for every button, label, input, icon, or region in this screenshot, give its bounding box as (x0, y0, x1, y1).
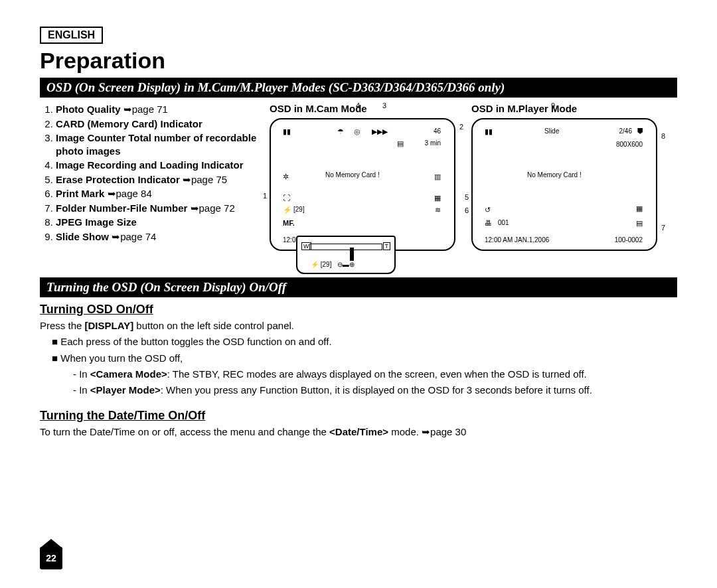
film-icon: ▦ (434, 194, 441, 202)
list-item: CARD (Memory Card) Indicator (56, 117, 259, 131)
list-item: Photo Quality ➥page 71 (56, 103, 259, 116)
list-item: Erase Protection Indicator ➥page 75 (56, 173, 259, 186)
section-bar-osd-modes: OSD (On Screen Display) in M.Cam/M.Playe… (40, 78, 677, 98)
mplayer-screen: ▮▮ Slide 2/46 ⛊ 800X600 No Memory Card !… (471, 118, 657, 251)
press-display-para: Press the [DISPLAY] button on the left s… (40, 319, 677, 332)
list-item: Folder Number-File Number ➥page 72 (56, 202, 259, 215)
callout-7: 7 (661, 224, 665, 232)
flash-icon: ⚡ (283, 206, 292, 214)
time-3min: 3 min (425, 139, 441, 147)
list-item: Print Mark ➥page 84 (56, 187, 259, 200)
zoom-row2: ⚡ [29] ⊖▬⊕ (311, 261, 355, 268)
page-number-value: 22 (40, 547, 62, 569)
counter-46: 46 (434, 127, 441, 135)
zoom-29: [29] (321, 261, 332, 268)
osd-mcam-heading: OSD in M.Cam Mode (270, 103, 455, 114)
list-item: Image Counter Total number of recordable… (56, 131, 259, 157)
osd-mplayer-panel: OSD in M.Player Mode 9 8 7 5 6 ▮▮ Slide … (471, 103, 657, 251)
zoom-bar (309, 244, 382, 250)
print-count: 001 (498, 219, 509, 226)
umbrella-icon: ☂ (337, 127, 344, 136)
callout-5: 5 (465, 193, 469, 201)
sub-item: In <Camera Mode>: The STBY, REC modes ar… (73, 368, 677, 381)
callout-1: 1 (263, 192, 267, 200)
datetime-para: To turn the Date/Time on or off, access … (40, 425, 677, 439)
folder-file: 100-0002 (615, 236, 643, 244)
osd-mplayer-heading: OSD in M.Player Mode (471, 103, 657, 114)
callout-3: 3 (382, 102, 386, 110)
slide-label: Slide (544, 127, 559, 135)
no-memory-card: No Memory Card ! (527, 171, 582, 179)
list-item: Slide Show ➥page 74 (56, 230, 259, 244)
turning-date-time-heading: Turning the Date/Time On/Off (40, 409, 677, 423)
columns: Photo Quality ➥page 71 CARD (Memory Card… (40, 103, 677, 251)
section-bar-osd-onoff: Turning the OSD (On Screen Display) On/O… (40, 277, 677, 297)
page-number: 22 (40, 539, 62, 569)
wind-icon: ≋ (435, 206, 441, 214)
adjust-icon: ⛶ (283, 194, 290, 202)
camera-icon: ◎ (354, 127, 360, 136)
zoom-box: W T ⚡ [29] ⊖▬⊕ (296, 236, 396, 274)
flip-icon: ↺ (485, 206, 491, 214)
osd-onoff-list: Each press of the button toggles the OSD… (52, 335, 677, 397)
zoom-t-label: T (383, 242, 391, 250)
list-item: Image Recording and Loading Indicator (56, 159, 259, 172)
printer-icon: 🖶 (485, 219, 492, 227)
picture-icon: ▥ (434, 173, 441, 181)
list-item: When you turn the OSD off, In <Camera Mo… (52, 352, 677, 398)
callout-8: 8 (661, 132, 665, 140)
sdcard-icon: ▤ (636, 219, 643, 228)
turning-osd-onoff-heading: Turning OSD On/Off (40, 303, 677, 317)
mf-icon: MF. (283, 219, 295, 227)
film-icon: ▦ (636, 204, 643, 213)
callout-9: 9 (551, 102, 555, 110)
indicator-list: Photo Quality ➥page 71 CARD (Memory Card… (40, 103, 259, 251)
osd-panels: OSD in M.Cam Mode 4 3 2 1 ▮▮ ☂ ◎ ▶▶▶ 46 … (270, 103, 677, 251)
callout-2: 2 (459, 123, 463, 131)
count-2-46: 2/46 (619, 127, 632, 135)
gear-icon: ✲ (283, 173, 289, 181)
battery-icon: ▮▮ (283, 127, 291, 136)
callout-4: 4 (356, 102, 360, 110)
flash-icon: ⚡ (311, 261, 319, 268)
zoom-slider (350, 248, 354, 261)
list-item: JPEG Image Size (56, 216, 259, 229)
value-29: [29] (293, 206, 305, 213)
sdcard-icon: ▤ (397, 139, 404, 148)
no-memory-card: No Memory Card ! (325, 171, 380, 179)
circle-plus-icon: ⊕ (349, 261, 355, 268)
battery-icon: ▮▮ (485, 127, 493, 136)
fast-forward-icon: ▶▶▶ (372, 127, 388, 136)
sub-item: In <Player Mode>: When you press any Fun… (73, 384, 677, 397)
callout-6: 6 (465, 206, 469, 214)
datetime: 12:00 AM JAN.1,2006 (485, 236, 549, 244)
osd-mcam-panel: OSD in M.Cam Mode 4 3 2 1 ▮▮ ☂ ◎ ▶▶▶ 46 … (270, 103, 455, 251)
resolution: 800X600 (616, 141, 643, 148)
lock-icon: ⛊ (637, 127, 644, 135)
language-box: ENGLISH (40, 27, 103, 44)
page-title: Preparation (40, 48, 677, 74)
mcam-screen: ▮▮ ☂ ◎ ▶▶▶ 46 ▤ 3 min No Memory Card ! ✲… (270, 118, 455, 251)
list-item: Each press of the button toggles the OSD… (52, 335, 677, 348)
circle-minus-icon: ⊖ (337, 261, 343, 268)
